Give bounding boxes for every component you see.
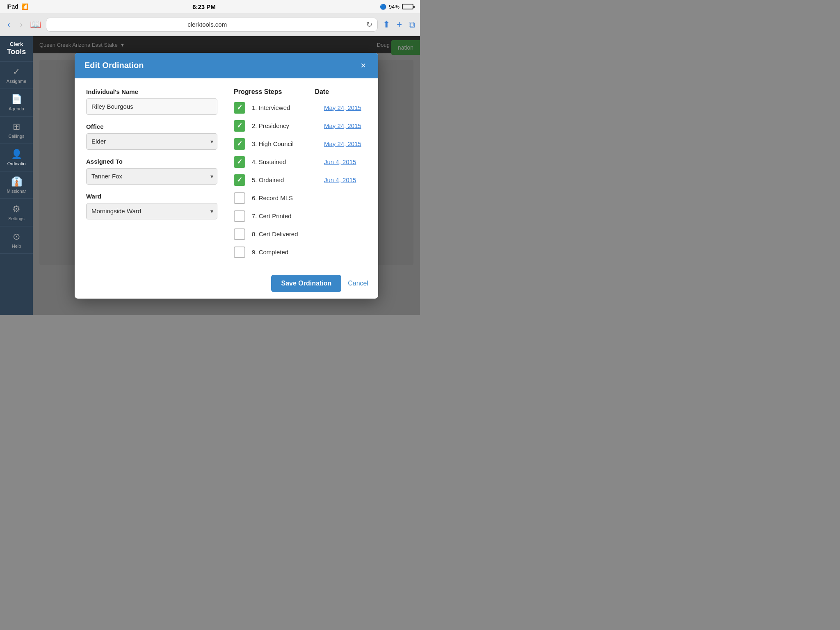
step-label: 1. Interviewed xyxy=(252,104,317,111)
browser-actions: ⬆ + ⧉ xyxy=(383,19,415,30)
help-icon: ⊙ xyxy=(13,231,20,242)
back-button[interactable]: ‹ xyxy=(5,18,13,31)
progress-step: 6. Record MLS xyxy=(234,192,367,204)
step-date[interactable]: Jun 4, 2015 xyxy=(324,158,356,165)
sidebar-item-agenda[interactable]: 📄 Agenda xyxy=(0,89,33,116)
cancel-button[interactable]: Cancel xyxy=(348,280,368,287)
sidebar-item-label: Settings xyxy=(8,216,25,221)
main-content: Queen Creek Arizona East Stake ▾ Doug Ta… xyxy=(33,36,420,315)
modal-body: Individual's Name Office Elder Priest Te… xyxy=(75,78,378,268)
step-label: 4. Sustained xyxy=(252,158,317,165)
progress-step: 7. Cert Printed xyxy=(234,210,367,222)
sidebar-item-label: Missionar xyxy=(7,189,26,194)
status-bar: iPad 📶 6:23 PM 🔵 94% xyxy=(0,0,420,13)
ward-label: Ward xyxy=(86,193,217,200)
step-checkbox[interactable] xyxy=(234,192,245,204)
modal-overlay: Edit Ordination × Individual's Name Offi… xyxy=(33,36,420,315)
progress-section: Progress Steps Date 1. InterviewedMay 24… xyxy=(234,88,367,258)
modal-footer: Save Ordination Cancel xyxy=(75,268,378,299)
share-button[interactable]: ⬆ xyxy=(383,19,390,30)
modal-header: Edit Ordination × xyxy=(75,53,378,78)
person-icon: 👤 xyxy=(11,149,22,160)
ward-group: Ward Morningside Ward ▾ xyxy=(86,193,217,219)
sidebar-item-settings[interactable]: ⚙ Settings xyxy=(0,199,33,226)
progress-step: 4. SustainedJun 4, 2015 xyxy=(234,156,367,168)
progress-step: 9. Completed xyxy=(234,247,367,258)
step-checkbox[interactable] xyxy=(234,247,245,258)
reload-icon[interactable]: ↻ xyxy=(366,20,372,29)
step-checkbox[interactable] xyxy=(234,138,245,150)
browser-bar: ‹ › 📖 clerktools.com ↻ ⬆ + ⧉ xyxy=(0,13,420,36)
sidebar-item-callings[interactable]: ⊞ Callings xyxy=(0,116,33,144)
sidebar-item-label: Ordinatio xyxy=(7,161,26,166)
office-select[interactable]: Elder Priest Teacher Deacon xyxy=(86,133,217,150)
progress-step: 2. PresidencyMay 24, 2015 xyxy=(234,120,367,132)
step-date[interactable]: May 24, 2015 xyxy=(324,122,361,129)
progress-header: Progress Steps Date xyxy=(234,88,367,96)
edit-ordination-modal: Edit Ordination × Individual's Name Offi… xyxy=(75,53,378,299)
settings-icon: ⚙ xyxy=(12,204,21,215)
step-label: 2. Presidency xyxy=(252,122,317,129)
assigned-to-select[interactable]: Tanner Fox xyxy=(86,168,217,185)
progress-steps-list: 1. InterviewedMay 24, 20152. PresidencyM… xyxy=(234,102,367,258)
sidebar-item-label: Agenda xyxy=(9,106,24,111)
progress-step: 1. InterviewedMay 24, 2015 xyxy=(234,102,367,114)
assigned-to-select-wrapper: Tanner Fox ▾ xyxy=(86,168,217,185)
progress-steps-header: Progress Steps xyxy=(234,88,282,96)
step-checkbox[interactable] xyxy=(234,228,245,240)
office-group: Office Elder Priest Teacher Deacon ▾ xyxy=(86,123,217,150)
status-right: 🔵 94% xyxy=(380,4,413,10)
add-tab-button[interactable]: + xyxy=(397,19,402,30)
individual-name-input[interactable] xyxy=(86,98,217,115)
ward-select-wrapper: Morningside Ward ▾ xyxy=(86,203,217,219)
step-date[interactable]: Jun 4, 2015 xyxy=(324,176,356,183)
sidebar-item-assignments[interactable]: ✓ Assignme xyxy=(0,62,33,89)
sidebar-logo: ClerkTools xyxy=(0,36,33,62)
progress-step: 8. Cert Delivered xyxy=(234,228,367,240)
wifi-icon: 📶 xyxy=(21,3,28,10)
app-container: ClerkTools ✓ Assignme 📄 Agenda ⊞ Calling… xyxy=(0,36,420,315)
office-select-wrapper: Elder Priest Teacher Deacon ▾ xyxy=(86,133,217,150)
step-checkbox[interactable] xyxy=(234,102,245,114)
form-section: Individual's Name Office Elder Priest Te… xyxy=(86,88,217,258)
step-date[interactable]: May 24, 2015 xyxy=(324,140,361,147)
modal-title: Edit Ordination xyxy=(84,61,144,70)
assigned-to-label: Assigned To xyxy=(86,158,217,165)
time-display: 6:23 PM xyxy=(192,3,216,10)
step-checkbox[interactable] xyxy=(234,174,245,186)
step-label: 6. Record MLS xyxy=(252,194,317,201)
step-label: 8. Cert Delivered xyxy=(252,231,317,237)
sidebar-item-help[interactable]: ⊙ Help xyxy=(0,226,33,254)
step-label: 5. Ordained xyxy=(252,176,317,183)
sidebar-item-label: Assignme xyxy=(7,79,26,84)
sidebar-item-label: Callings xyxy=(8,134,24,139)
date-header: Date xyxy=(315,88,329,96)
document-icon: 📄 xyxy=(11,94,22,105)
save-ordination-button[interactable]: Save Ordination xyxy=(271,275,341,292)
step-label: 7. Cert Printed xyxy=(252,212,317,219)
battery-percent: 94% xyxy=(389,4,399,10)
status-left: iPad 📶 xyxy=(7,3,28,10)
tie-icon: 👔 xyxy=(11,176,22,187)
step-label: 9. Completed xyxy=(252,249,317,256)
sidebar: ClerkTools ✓ Assignme 📄 Agenda ⊞ Calling… xyxy=(0,36,33,315)
individual-name-label: Individual's Name xyxy=(86,88,217,95)
step-date[interactable]: May 24, 2015 xyxy=(324,104,361,111)
progress-step: 3. High CouncilMay 24, 2015 xyxy=(234,138,367,150)
ipad-label: iPad xyxy=(7,3,18,10)
tabs-button[interactable]: ⧉ xyxy=(409,19,415,30)
url-text: clerktools.com xyxy=(51,21,363,28)
forward-button[interactable]: › xyxy=(18,18,25,31)
step-checkbox[interactable] xyxy=(234,120,245,132)
step-checkbox[interactable] xyxy=(234,156,245,168)
battery-icon xyxy=(402,4,413,9)
url-bar[interactable]: clerktools.com ↻ xyxy=(46,18,378,32)
step-label: 3. High Council xyxy=(252,140,317,147)
bookmark-icon[interactable]: 📖 xyxy=(30,19,41,30)
progress-step: 5. OrdainedJun 4, 2015 xyxy=(234,174,367,186)
step-checkbox[interactable] xyxy=(234,210,245,222)
ward-select[interactable]: Morningside Ward xyxy=(86,203,217,219)
modal-close-button[interactable]: × xyxy=(358,60,368,71)
sidebar-item-ordinations[interactable]: 👤 Ordinatio xyxy=(0,144,33,171)
sidebar-item-missionaries[interactable]: 👔 Missionar xyxy=(0,171,33,199)
